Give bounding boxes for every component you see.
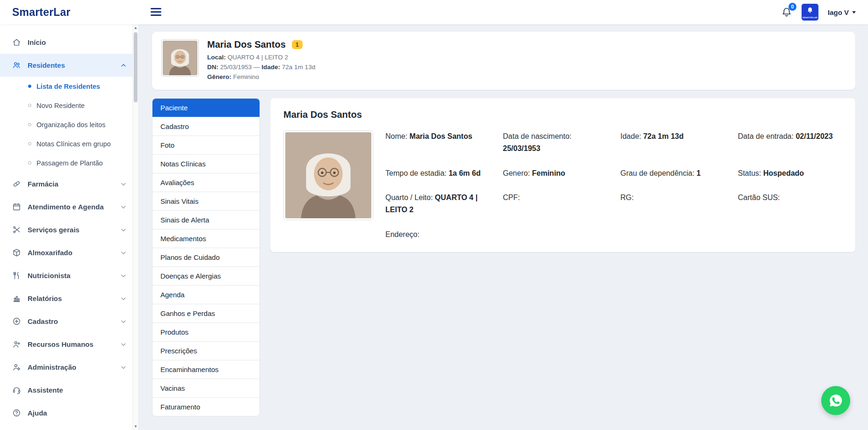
pharmacy-icon <box>12 179 21 188</box>
app-logo-text: SMARTERLAR <box>803 16 817 19</box>
tab-sinais-de-alerta[interactable]: Sinais de Alerta <box>152 210 260 229</box>
patient-header-line: DN: 25/03/1953 — Idade: 72a 1m 13d <box>207 63 315 72</box>
topbar-actions: 0 SMARTERLAR Iago V <box>781 4 856 21</box>
user-menu[interactable]: Iago V <box>828 8 856 16</box>
scrollbar-up-icon[interactable]: ▲ <box>133 24 138 31</box>
sidebar-subitem-novo-residente[interactable]: Novo Residente <box>0 96 138 115</box>
patient-thumbnail <box>161 39 199 77</box>
bullet-icon <box>28 142 31 145</box>
field-nome: Nome: Maria Dos Santos <box>385 130 490 155</box>
home-icon <box>12 38 21 47</box>
tab-planos-de-cuidado[interactable]: Planos de Cuidado <box>152 248 260 266</box>
detail-title: Maria Dos Santos <box>283 109 842 120</box>
reports-icon <box>12 294 21 303</box>
sidebar-item-atendimento-e-agenda[interactable]: Atendimento e Agenda <box>0 195 138 218</box>
sidebar-scrollbar[interactable]: ▲ ▼ <box>132 24 138 430</box>
brand-logo[interactable]: SmarterLar <box>12 6 71 19</box>
field-label: Cartão SUS: <box>738 194 780 201</box>
field-value: 1a 6m 6d <box>448 169 480 177</box>
sidebar-subitem-passagem-de-plantao[interactable]: Passagem de Plantão <box>0 153 138 172</box>
sidebar-item-almoxarifado[interactable]: Almoxarifado <box>0 241 138 264</box>
sidebar-item-assistente[interactable]: Assistente <box>0 379 138 401</box>
scrollbar-down-icon[interactable]: ▼ <box>133 423 138 430</box>
chevron-down-icon <box>120 226 127 234</box>
tab-sinais-vitais[interactable]: Sinais Vitais <box>152 192 260 210</box>
sidebar-subitem-label: Notas Clínicas em grupo <box>36 140 111 148</box>
tab-encaminhamentos[interactable]: Encaminhamentos <box>152 360 260 379</box>
field-cpf: CPF: <box>503 192 607 216</box>
field-cartao-sus: Cartão SUS: <box>738 192 842 216</box>
sidebar: InícioResidentesLista de ResidentesNovo … <box>0 24 138 430</box>
tab-avaliacoes[interactable]: Avaliações <box>152 173 260 192</box>
tab-faturamento[interactable]: Faturamento <box>152 397 260 416</box>
hamburger-bar <box>151 14 161 16</box>
tab-produtos[interactable]: Produtos <box>152 322 260 341</box>
tab-paciente[interactable]: Paciente <box>152 99 260 117</box>
tab-prescricoes[interactable]: Prescrições <box>152 341 260 360</box>
patient-header-lines: Local: QUARTO 4 | LEITO 2DN: 25/03/1953 … <box>207 53 315 82</box>
hamburger-menu-button[interactable] <box>149 6 163 18</box>
scrollbar-thumb[interactable] <box>134 32 137 102</box>
sidebar-subitem-lista-de-residentes[interactable]: Lista de Residentes <box>0 77 138 96</box>
main-content: Maria Dos Santos 1 Local: QUARTO 4 | LEI… <box>138 24 868 430</box>
field-tempo-de-estadia: Tempo de estadia: 1a 6m 6d <box>385 167 490 179</box>
sidebar-subitem-organizacao-dos-leitos[interactable]: Organização dos leitos <box>0 115 138 134</box>
sidebar-item-label: Cadastro <box>28 317 58 325</box>
field-label: Endereço: <box>385 230 420 238</box>
whatsapp-button[interactable] <box>821 386 850 415</box>
field-grau-de-dependencia: Grau de dependência: 1 <box>621 167 725 179</box>
patient-fields-grid: Nome: Maria Dos SantosData de nascimento… <box>385 130 842 241</box>
tab-vacinas[interactable]: Vacinas <box>152 379 260 397</box>
sidebar-item-label: Farmácia <box>28 180 58 188</box>
sidebar-item-relatorios[interactable]: Relatórios <box>0 287 138 310</box>
tab-notas-clinicas[interactable]: Notas Clínicas <box>152 154 260 173</box>
chevron-down-icon <box>120 249 127 257</box>
field-data-de-entrada: Data de entrada: 02/11/2023 <box>738 130 842 155</box>
tab-cadastro[interactable]: Cadastro <box>152 117 260 136</box>
sidebar-subitem-label: Organização dos leitos <box>36 121 106 129</box>
tab-medicamentos[interactable]: Medicamentos <box>152 229 260 248</box>
sidebar-item-nutricionista[interactable]: Nutricionista <box>0 264 138 287</box>
patient-name: Maria Dos Santos <box>207 39 286 50</box>
field-label: Nome: <box>385 132 410 140</box>
tab-ganhos-e-perdas[interactable]: Ganhos e Perdas <box>152 304 260 322</box>
resident-photo-image <box>285 132 371 218</box>
patient-photo-large <box>283 130 373 220</box>
sidebar-item-farmacia[interactable]: Farmácia <box>0 172 138 195</box>
sidebar-item-label: Serviços gerais <box>28 226 80 234</box>
inventory-icon <box>12 248 21 257</box>
field-value: Feminino <box>532 169 565 177</box>
assistant-icon <box>12 386 21 394</box>
content-row: PacienteCadastroFotoNotas ClínicasAvalia… <box>152 98 855 416</box>
sidebar-subitem-label: Passagem de Plantão <box>36 159 103 167</box>
sidebar-item-administracao[interactable]: Administração <box>0 356 138 379</box>
field-label: CPF: <box>503 194 520 201</box>
sidebar-item-label: Nutricionista <box>28 272 71 280</box>
field-label: Data de entrada: <box>738 132 796 140</box>
hamburger-bar <box>151 8 161 9</box>
tab-agenda[interactable]: Agenda <box>152 285 260 304</box>
field-label: Genero: <box>503 169 532 177</box>
sidebar-subitem-notas-clinicas-em-grupo[interactable]: Notas Clínicas em grupo <box>0 134 138 153</box>
sidebar-item-recursos-humanos[interactable]: Recursos Humanos <box>0 333 138 356</box>
bullet-icon <box>28 123 31 126</box>
residents-icon <box>12 61 21 70</box>
bullet-icon <box>28 104 31 107</box>
chevron-down-icon <box>120 295 127 302</box>
register-icon <box>12 317 21 326</box>
sidebar-item-label: Administração <box>28 363 76 371</box>
notifications-button[interactable]: 0 <box>781 7 792 18</box>
sidebar-item-servicos-gerais[interactable]: Serviços gerais <box>0 218 138 241</box>
notification-count-badge: 0 <box>788 3 796 11</box>
tab-foto[interactable]: Foto <box>152 136 260 154</box>
sidebar-item-ajuda[interactable]: Ajuda <box>0 401 138 424</box>
sidebar-item-cadastro[interactable]: Cadastro <box>0 310 138 333</box>
tab-doencas-e-alergias[interactable]: Doenças e Alergias <box>152 266 260 285</box>
field-label: Grau de dependência: <box>621 169 697 177</box>
sidebar-item-residentes[interactable]: Residentes <box>0 54 138 77</box>
sidebar-item-inicio[interactable]: Início <box>0 31 138 54</box>
sidebar-subitem-label: Lista de Residentes <box>36 83 100 90</box>
topbar: SmarterLar 0 SMARTERLAR Iago V <box>0 0 868 24</box>
bullet-icon <box>28 161 31 165</box>
sidebar-subitem-label: Novo Residente <box>36 102 85 109</box>
